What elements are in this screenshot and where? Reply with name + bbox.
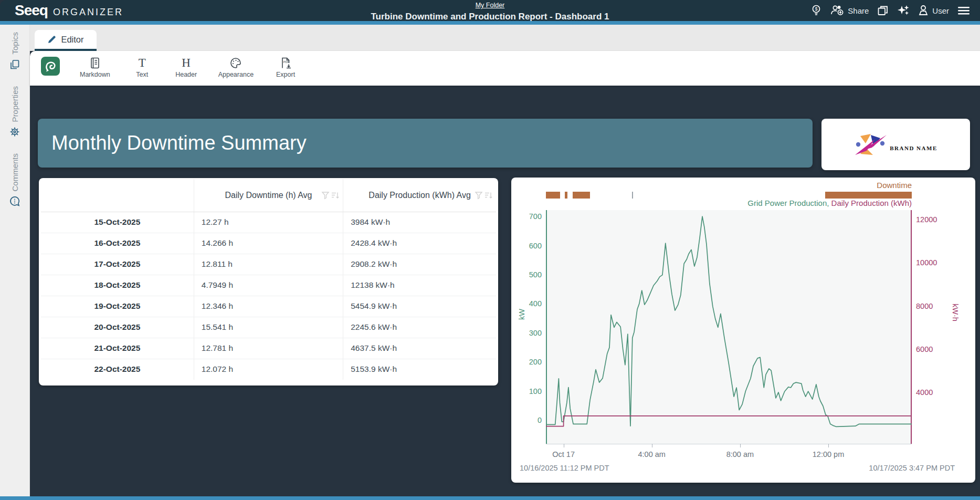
x-axis-tick-label: 8:00 am — [716, 450, 764, 459]
x-axis-tick-label: 4:00 am — [628, 450, 676, 459]
cell-downtime: 12.27 h — [194, 212, 343, 233]
legend-daily-production: Daily Production (kWh) — [831, 199, 912, 207]
right-axis-tick-label: 12000 — [916, 214, 947, 225]
brand-logo-graphic — [854, 132, 889, 157]
cell-downtime: 4.7949 h — [194, 275, 343, 296]
downtime-capsule-bar — [565, 192, 567, 199]
report-header-title: Monthly Downtime Summary — [38, 132, 307, 154]
svg-text:PDF: PDF — [283, 60, 290, 64]
text-label: Text — [136, 71, 148, 78]
markdown-label: Markdown — [80, 71, 110, 78]
header-label: Header — [175, 71, 197, 78]
cell-production: 2428.4 kW·h — [343, 233, 496, 254]
report-header-widget[interactable]: Monthly Downtime Summary — [38, 119, 813, 168]
downtime-capsule-bar — [825, 192, 912, 199]
left-axis-tick-label: 0 — [511, 415, 542, 425]
toolbar-markdown-button[interactable]: Markdown — [80, 57, 110, 78]
left-axis-tick-label: 100 — [511, 386, 542, 397]
toolbar-text-button[interactable]: T Text — [130, 57, 154, 78]
left-axis-tick-label: 200 — [511, 357, 542, 367]
cell-production: 2245.6 kW·h — [343, 317, 496, 338]
right-axis-label: kW·h — [951, 304, 960, 321]
cell-downtime: 12.072 h — [194, 359, 343, 380]
lightbulb-dollar-icon: $ — [810, 4, 822, 17]
filter-funnel-icon[interactable] — [475, 191, 483, 200]
user-menu-button[interactable]: User — [918, 4, 949, 17]
cell-date: 16-Oct-2025 — [41, 233, 194, 254]
x-axis-tick-label: Oct 17 — [540, 450, 587, 459]
toolbar-header-button[interactable]: H Header — [174, 57, 198, 78]
cell-production: 12138 kW·h — [343, 275, 496, 296]
table-row: 15-Oct-202512.27 h3984 kW·h — [41, 212, 496, 233]
x-axis-tick-mark — [564, 444, 564, 447]
chart-series-svg — [546, 210, 912, 444]
toolbar-export-button[interactable]: PDF Export — [273, 57, 298, 78]
left-sidebar: Topics Properties Comments — [0, 25, 30, 496]
cell-date: 22-Oct-2025 — [41, 359, 194, 380]
markdown-book-icon — [89, 57, 101, 69]
hamburger-menu-button[interactable] — [957, 5, 971, 16]
table-row: 20-Oct-202515.541 h2245.6 kW·h — [41, 317, 496, 338]
value-capture-button[interactable]: $ — [810, 4, 822, 17]
left-axis-label: kW — [518, 309, 526, 320]
table-header-row: Daily Downtime (h) Avg Daily Production … — [41, 179, 496, 212]
editor-toolbar: Markdown T Text H Header Appearance PD — [30, 51, 980, 86]
top-accent-bar — [0, 21, 980, 25]
right-axis-tick-label: 6000 — [916, 344, 947, 355]
toolbar-appearance-button[interactable]: Appearance — [218, 57, 254, 78]
downtime-condition-label: Downtime — [877, 181, 912, 190]
seeq-swirl-icon — [44, 59, 57, 73]
sidebar-item-properties[interactable]: Properties — [9, 86, 20, 138]
user-label: User — [932, 6, 949, 15]
series-grid-power-production — [546, 216, 912, 426]
column-header-production[interactable]: Daily Production (kWh) Avg — [343, 179, 496, 212]
cell-downtime: 12.811 h — [194, 254, 343, 275]
filter-funnel-icon[interactable] — [321, 191, 330, 200]
properties-label: Properties — [10, 86, 19, 122]
summary-table-widget: Daily Downtime (h) Avg Daily Production … — [39, 178, 498, 386]
cell-downtime: 12.781 h — [194, 338, 343, 359]
header-H-icon: H — [182, 57, 191, 69]
cell-production: 5454.9 kW·h — [343, 296, 496, 317]
ai-assistant-button[interactable] — [897, 4, 910, 17]
downtime-summary-table: Daily Downtime (h) Avg Daily Production … — [41, 179, 496, 380]
left-axis-tick-label: 600 — [511, 241, 542, 251]
seeq-content-button[interactable] — [41, 57, 60, 76]
breadcrumb[interactable]: My Folder — [476, 2, 505, 9]
cell-date: 19-Oct-2025 — [41, 296, 194, 317]
capsule-gap-marker — [632, 192, 633, 199]
left-axis-tick-label: 400 — [511, 298, 542, 309]
downtime-capsule-bar — [546, 192, 560, 199]
topics-label: Topics — [10, 32, 19, 55]
bottom-accent-bar — [0, 496, 980, 500]
x-axis-tick-mark — [828, 444, 829, 447]
table-row: 17-Oct-202512.811 h2908.2 kW·h — [41, 254, 496, 275]
organizer-page: Seeq ORGANIZER My Folder Turbine Downtim… — [0, 0, 980, 500]
right-axis-tick-label: 4000 — [916, 387, 947, 398]
cell-date: 15-Oct-2025 — [41, 212, 194, 233]
sidebar-item-comments[interactable]: Comments — [9, 153, 20, 207]
comments-label: Comments — [10, 153, 19, 192]
text-T-icon: T — [139, 57, 146, 69]
tab-editor[interactable]: Editor — [35, 30, 97, 51]
sort-icon[interactable] — [331, 191, 340, 200]
table-row: 21-Oct-202512.781 h4637.5 kW·h — [41, 338, 496, 359]
column-header-date[interactable] — [41, 179, 194, 212]
export-label: Export — [276, 71, 295, 78]
cell-production: 3984 kW·h — [343, 212, 496, 233]
sidebar-item-topics[interactable]: Topics — [9, 32, 20, 70]
left-axis-tick-label: 700 — [511, 211, 542, 222]
top-navbar: Seeq ORGANIZER My Folder Turbine Downtim… — [0, 0, 980, 21]
sort-icon[interactable] — [484, 191, 493, 200]
x-axis-line — [546, 444, 912, 444]
production-column-label: Daily Production (kWh) Avg — [368, 191, 470, 200]
topics-pages-icon — [9, 59, 20, 70]
sparkles-icon — [897, 4, 910, 17]
right-axis-tick-label: 10000 — [916, 257, 947, 268]
column-header-downtime[interactable]: Daily Downtime (h) Avg — [194, 179, 343, 212]
cell-date: 18-Oct-2025 — [41, 275, 194, 296]
duplicate-window-button[interactable] — [877, 4, 889, 17]
brand-logo-widget[interactable]: BRAND NAME — [821, 119, 970, 170]
tab-strip-background — [30, 25, 980, 51]
share-button[interactable]: Share — [830, 4, 869, 17]
